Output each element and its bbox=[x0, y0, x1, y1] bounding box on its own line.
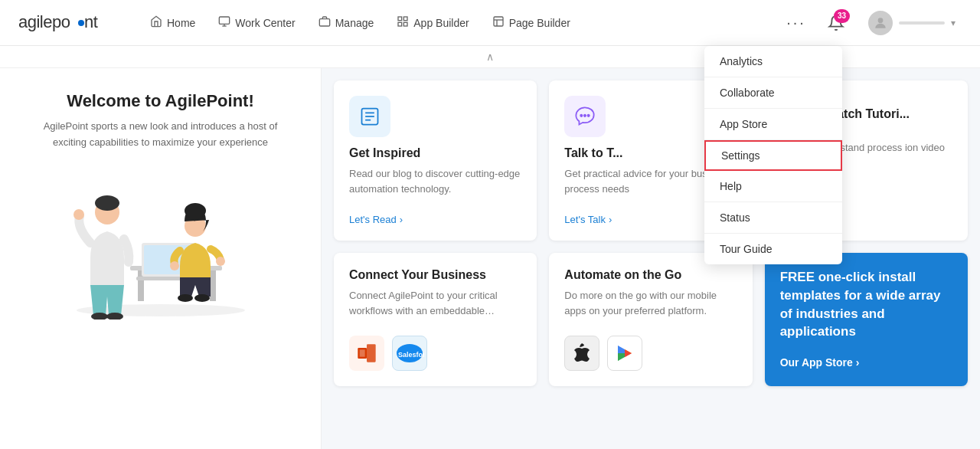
svg-rect-6 bbox=[319, 19, 329, 26]
menu-help[interactable]: Help bbox=[704, 171, 842, 202]
logo-text: agilepo nt bbox=[18, 8, 118, 38]
google-play-icon bbox=[607, 336, 642, 371]
svg-rect-42 bbox=[360, 349, 365, 356]
connect-app-icons: Salesforce bbox=[349, 336, 521, 371]
illustration-svg bbox=[61, 166, 260, 320]
notification-badge: 33 bbox=[834, 9, 850, 23]
collapse-icon: ∧ bbox=[486, 51, 494, 63]
welcome-description: AgilePoint sports a new look and introdu… bbox=[31, 119, 291, 151]
chevron-down-icon: ▾ bbox=[951, 18, 956, 28]
logo-svg: agilepo nt bbox=[18, 8, 118, 34]
more-button[interactable]: ··· bbox=[782, 9, 810, 37]
svg-text:Salesforce: Salesforce bbox=[398, 351, 424, 359]
cards-grid: Get Inspired Read our blog to discover c… bbox=[322, 68, 980, 398]
nav-app-builder-label: App Builder bbox=[413, 17, 469, 29]
svg-rect-11 bbox=[494, 17, 503, 26]
svg-marker-52 bbox=[618, 353, 625, 361]
svg-point-23 bbox=[95, 195, 119, 211]
nav-right: ··· 33 ▾ bbox=[782, 8, 962, 38]
nav-page-builder-label: Page Builder bbox=[509, 17, 570, 29]
svg-rect-9 bbox=[398, 22, 402, 26]
briefcase-icon bbox=[318, 15, 331, 30]
arrow-icon-2: › bbox=[609, 214, 612, 225]
svg-point-28 bbox=[185, 203, 206, 218]
svg-point-30 bbox=[216, 257, 225, 266]
svg-text:agilepo: agilepo bbox=[18, 12, 70, 31]
svg-rect-8 bbox=[404, 17, 408, 21]
connect-title: Connect Your Business bbox=[349, 268, 521, 282]
promo-title: FREE one-click install templates for a w… bbox=[780, 268, 952, 341]
nav-app-builder[interactable]: App Builder bbox=[387, 11, 478, 34]
welcome-panel: Welcome to AgilePoint! AgilePoint sports… bbox=[0, 68, 322, 449]
automate-app-icons bbox=[564, 336, 737, 371]
apple-icon bbox=[564, 336, 599, 371]
svg-rect-3 bbox=[220, 17, 230, 24]
connect-card: Connect Your Business Connect AgilePoint… bbox=[334, 253, 537, 386]
svg-text:nt: nt bbox=[84, 12, 98, 31]
notifications-button[interactable]: 33 bbox=[822, 9, 850, 37]
connect-desc: Connect AgilePoint to your critical work… bbox=[349, 288, 521, 326]
svg-rect-7 bbox=[398, 17, 402, 21]
menu-analytics[interactable]: Analytics bbox=[704, 46, 842, 77]
svg-rect-10 bbox=[404, 22, 408, 26]
svg-point-24 bbox=[74, 209, 84, 220]
nav-work-center-label: Work Center bbox=[235, 17, 295, 29]
svg-rect-18 bbox=[210, 270, 216, 301]
user-menu-button[interactable]: ▾ bbox=[862, 8, 962, 38]
user-avatar bbox=[868, 11, 893, 35]
svg-point-31 bbox=[178, 294, 193, 302]
svg-point-37 bbox=[580, 115, 582, 116]
svg-point-39 bbox=[588, 115, 590, 116]
promo-card: FREE one-click install templates for a w… bbox=[765, 253, 968, 386]
grid-icon bbox=[397, 15, 409, 30]
nav-work-center[interactable]: Work Center bbox=[209, 11, 304, 34]
nav-home[interactable]: Home bbox=[141, 11, 204, 34]
nav-manage[interactable]: Manage bbox=[309, 11, 384, 34]
get-inspired-desc: Read our blog to discover cutting-edge a… bbox=[349, 166, 521, 205]
menu-status[interactable]: Status bbox=[704, 202, 842, 234]
svg-point-38 bbox=[584, 115, 586, 116]
header: agilepo nt Home Work Center Manage bbox=[0, 0, 980, 46]
salesforce-icon: Salesforce bbox=[392, 336, 427, 371]
arrow-icon: › bbox=[400, 214, 403, 225]
office-icon bbox=[349, 336, 384, 371]
content-area: Get Inspired Read our blog to discover c… bbox=[322, 68, 980, 449]
automate-desc: Do more on the go with our mobile apps o… bbox=[564, 288, 737, 326]
menu-tour-guide[interactable]: Tour Guide bbox=[704, 234, 842, 264]
app-store-link[interactable]: Our App Store › bbox=[780, 356, 952, 369]
svg-point-14 bbox=[878, 18, 884, 23]
nav-page-builder[interactable]: Page Builder bbox=[483, 11, 580, 34]
automate-title: Automate on the Go bbox=[564, 268, 737, 282]
monitor-icon bbox=[218, 15, 230, 30]
svg-marker-50 bbox=[625, 353, 632, 357]
nav-manage-label: Manage bbox=[335, 17, 374, 29]
talk-icon bbox=[564, 96, 606, 137]
welcome-title: Welcome to AgilePoint! bbox=[67, 91, 253, 111]
user-name bbox=[899, 21, 945, 25]
illustration bbox=[61, 166, 260, 320]
get-inspired-icon bbox=[349, 96, 390, 137]
menu-collaborate[interactable]: Collaborate bbox=[704, 77, 842, 109]
svg-point-1 bbox=[78, 20, 84, 26]
lets-read-link[interactable]: Let's Read › bbox=[349, 214, 521, 225]
menu-app-store[interactable]: App Store bbox=[704, 109, 842, 140]
main-nav: Home Work Center Manage App Builder Page… bbox=[141, 11, 782, 34]
svg-marker-51 bbox=[618, 346, 625, 353]
promo-arrow-icon: › bbox=[856, 356, 860, 369]
nav-home-label: Home bbox=[167, 17, 195, 29]
layout-icon bbox=[492, 15, 505, 30]
get-inspired-card: Get Inspired Read our blog to discover c… bbox=[334, 80, 537, 241]
dropdown-overlay: Analytics Collaborate App Store Settings… bbox=[704, 46, 842, 264]
svg-point-32 bbox=[194, 294, 210, 302]
home-icon bbox=[150, 15, 162, 30]
svg-rect-41 bbox=[367, 344, 376, 362]
get-inspired-title: Get Inspired bbox=[349, 146, 521, 160]
menu-settings[interactable]: Settings bbox=[704, 140, 842, 171]
logo[interactable]: agilepo nt bbox=[18, 8, 118, 38]
dropdown-menu: Analytics Collaborate App Store Settings… bbox=[704, 46, 842, 264]
automate-card: Automate on the Go Do more on the go wit… bbox=[549, 253, 752, 386]
svg-point-29 bbox=[170, 261, 179, 270]
